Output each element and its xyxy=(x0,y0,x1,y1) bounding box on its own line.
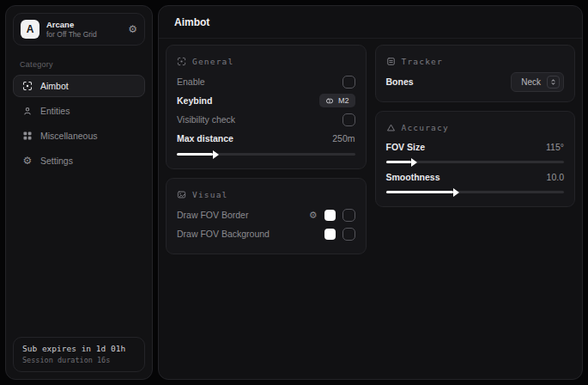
smoothness-label: Smoothness xyxy=(386,172,440,182)
fov-background-color-swatch[interactable] xyxy=(324,229,336,240)
keybind-value: M2 xyxy=(338,96,349,105)
smoothness-value: 10.0 xyxy=(547,172,564,182)
sub-expiry-text: Sub expires in 1d 01h xyxy=(22,344,136,353)
bones-selected-value: Neck xyxy=(521,77,541,87)
sidebar-item-label: Entities xyxy=(40,106,70,116)
settings-gear-icon[interactable]: ⚙ xyxy=(128,24,137,34)
grid-icon xyxy=(22,131,33,141)
max-distance-slider-fill xyxy=(177,153,213,156)
fov-size-label: FOV Size xyxy=(386,142,426,152)
max-distance-slider[interactable] xyxy=(177,153,355,156)
fov-background-label: Draw FOV Background xyxy=(177,229,270,239)
sidebar-item-aimbot[interactable]: Aimbot xyxy=(13,75,145,97)
general-card-title: General xyxy=(192,57,233,66)
sidebar: A Arcane for Off The Grid ⚙ Category Aim… xyxy=(5,5,153,380)
accuracy-card: Accuracy FOV Size 115° Smoothness 10.0 xyxy=(375,111,576,207)
enable-label: Enable xyxy=(177,76,205,87)
keybind-label: Keybind xyxy=(177,95,212,106)
fov-border-label: Draw FOV Border xyxy=(177,210,248,220)
page-title: Aimbot xyxy=(174,16,209,28)
image-icon xyxy=(177,190,186,199)
smoothness-slider[interactable] xyxy=(386,191,565,193)
gear-icon: ⚙ xyxy=(22,156,33,166)
sidebar-item-miscellaneous[interactable]: Miscellaneous xyxy=(13,125,145,147)
mouse-icon xyxy=(325,97,334,105)
crosshair-icon xyxy=(177,57,186,66)
keybind-row: Keybind M2 xyxy=(177,91,355,110)
fov-size-slider[interactable] xyxy=(386,161,565,163)
sidebar-nav: Aimbot Entities xyxy=(6,75,152,172)
sidebar-item-entities[interactable]: Entities xyxy=(13,100,145,122)
smoothness-slider-fill xyxy=(386,191,454,193)
keybind-badge[interactable]: M2 xyxy=(319,94,355,107)
person-scan-icon xyxy=(22,106,33,116)
bones-select[interactable]: Neck xyxy=(511,72,564,92)
app-header: A Arcane for Off The Grid ⚙ xyxy=(13,13,145,46)
tracker-card-header: Tracker xyxy=(386,53,565,69)
main-header: Aimbot xyxy=(159,6,582,39)
sidebar-item-label: Miscellaneous xyxy=(40,131,98,141)
right-column: Tracker Bones Neck xyxy=(375,45,576,207)
fov-border-settings-icon[interactable]: ⚙ xyxy=(309,211,318,220)
sidebar-item-settings[interactable]: ⚙ Settings xyxy=(13,150,145,172)
category-label: Category xyxy=(20,60,138,69)
fov-size-slider-fill xyxy=(386,161,411,163)
fov-border-checkbox[interactable] xyxy=(342,209,355,222)
subscription-status-box: Sub expires in 1d 01h Session duration 1… xyxy=(13,337,145,372)
card-columns: General Enable Keybind xyxy=(159,39,582,260)
enable-checkbox[interactable] xyxy=(342,76,355,89)
app-window: A Arcane for Off The Grid ⚙ Category Aim… xyxy=(0,0,588,385)
app-titles: Arcane for Off The Grid xyxy=(46,20,97,39)
visibility-check-row: Visibility check xyxy=(177,110,355,129)
app-subtitle: for Off The Grid xyxy=(46,30,97,39)
sidebar-item-label: Aimbot xyxy=(40,81,69,91)
crosshair-icon xyxy=(22,81,33,91)
app-title: Arcane xyxy=(46,20,97,29)
session-duration-text: Session duration 16s xyxy=(22,356,136,364)
fov-size-value: 115° xyxy=(546,142,564,152)
fov-background-row: Draw FOV Background xyxy=(177,224,355,243)
max-distance-label: Max distance xyxy=(177,133,233,144)
max-distance-row: Max distance 250m xyxy=(177,129,355,148)
fov-size-row: FOV Size 115° xyxy=(386,138,565,156)
general-card-header: General xyxy=(177,53,355,69)
max-distance-value: 250m xyxy=(332,133,355,144)
visibility-check-label: Visibility check xyxy=(177,114,235,125)
chevron-up-down-icon xyxy=(547,76,560,89)
visual-card: Visual Draw FOV Border ⚙ Draw FOV Backgr… xyxy=(166,178,367,254)
general-card: General Enable Keybind xyxy=(166,45,367,169)
accuracy-card-header: Accuracy xyxy=(386,119,565,135)
bones-label: Bones xyxy=(386,76,414,87)
left-column: General Enable Keybind xyxy=(166,45,367,254)
tracker-card-title: Tracker xyxy=(402,57,443,66)
tracker-card: Tracker Bones Neck xyxy=(375,45,576,102)
fov-border-color-swatch[interactable] xyxy=(324,210,336,221)
visual-card-title: Visual xyxy=(192,190,228,199)
main-panel: Aimbot General xyxy=(158,5,583,380)
visual-card-header: Visual xyxy=(177,186,355,202)
visibility-check-checkbox[interactable] xyxy=(342,113,355,126)
fov-background-checkbox[interactable] xyxy=(342,228,355,241)
list-box-icon xyxy=(386,57,396,66)
smoothness-row: Smoothness 10.0 xyxy=(386,168,565,186)
enable-row: Enable xyxy=(177,72,355,91)
app-logo: A xyxy=(21,20,39,39)
accuracy-card-title: Accuracy xyxy=(402,123,449,132)
bones-row: Bones Neck xyxy=(386,72,565,91)
fov-border-row: Draw FOV Border ⚙ xyxy=(177,205,355,224)
sidebar-item-label: Settings xyxy=(40,156,73,166)
triangle-icon xyxy=(386,123,396,132)
